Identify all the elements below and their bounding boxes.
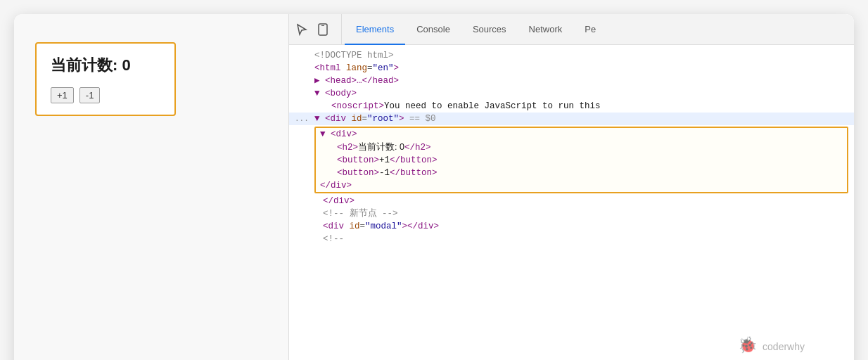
- code-line: <html lang="en">: [289, 62, 854, 75]
- tab-sources[interactable]: Sources: [461, 15, 518, 45]
- code-line: <button>+1</button>: [316, 154, 847, 167]
- counter-title: 当前计数: 0: [51, 55, 160, 76]
- code-text: <!DOCTYPE html>: [314, 49, 848, 62]
- tab-elements[interactable]: Elements: [345, 15, 405, 45]
- devtools-code-area: <!DOCTYPE html> <html lang="en"> ▶ <head…: [289, 45, 854, 360]
- mobile-icon[interactable]: [316, 22, 330, 37]
- devtools-tabs: Elements Console Sources Network Pe: [345, 14, 607, 44]
- code-line: ▼ <div>: [316, 128, 847, 141]
- highlighted-dom-block: ▼ <div> <h2>当前计数: 0</h2> <button>+1</but…: [314, 127, 848, 193]
- toolbar-icons: [295, 14, 342, 44]
- code-line: <button>-1</button>: [316, 167, 847, 179]
- watermark-text: coderwhy: [762, 340, 805, 353]
- code-text: <button>-1</button>: [320, 167, 843, 179]
- line-prefix: ...: [295, 112, 314, 125]
- code-text: <button>+1</button>: [320, 154, 843, 167]
- code-line: <!--: [289, 233, 854, 245]
- decrement-button[interactable]: -1: [79, 87, 101, 103]
- code-line: </div>: [289, 195, 854, 207]
- code-text: <!-- 新节点 -->: [314, 207, 848, 220]
- code-line: <!DOCTYPE html>: [289, 49, 854, 62]
- code-text: ▼ <div id="root"> == $0: [314, 112, 848, 125]
- cursor-icon[interactable]: [295, 22, 309, 37]
- code-text: <div id="modal"></div>: [314, 220, 848, 233]
- code-line: <noscript>You need to enable JavaScript …: [289, 100, 854, 112]
- code-line: ▼ <body>: [289, 87, 854, 100]
- counter-widget: 当前计数: 0 +1 -1: [35, 42, 176, 116]
- code-text: </div>: [320, 179, 843, 192]
- code-line: <div id="modal"></div>: [289, 220, 854, 233]
- code-text: ▼ <div>: [320, 128, 843, 141]
- code-text: <!--: [314, 233, 848, 245]
- code-text: <html lang="en">: [314, 62, 848, 75]
- devtools-panel: Elements Console Sources Network Pe <!DO…: [288, 14, 854, 360]
- devtools-toolbar: Elements Console Sources Network Pe: [289, 14, 854, 45]
- code-text: </div>: [314, 195, 848, 207]
- tab-network[interactable]: Network: [518, 15, 574, 45]
- code-text: <h2>当前计数: 0</h2>: [320, 141, 843, 154]
- code-line: <h2>当前计数: 0</h2>: [316, 141, 847, 154]
- increment-button[interactable]: +1: [51, 87, 74, 103]
- code-text: <noscript>You need to enable JavaScript …: [314, 100, 848, 112]
- code-line: </div>: [316, 179, 847, 192]
- code-text: ▼ <body>: [314, 87, 848, 100]
- tab-console[interactable]: Console: [405, 15, 461, 45]
- tab-performance[interactable]: Pe: [573, 15, 607, 45]
- code-line: ▶ <head>…</head>: [289, 75, 854, 87]
- code-line: <!-- 新节点 -->: [289, 207, 854, 220]
- watermark: 🐞 coderwhy: [738, 340, 805, 353]
- code-text: ▶ <head>…</head>: [314, 75, 848, 87]
- code-line-highlighted: ... ▼ <div id="root"> == $0: [289, 112, 854, 125]
- app-preview-panel: 当前计数: 0 +1 -1: [14, 14, 288, 360]
- counter-buttons: +1 -1: [51, 87, 160, 103]
